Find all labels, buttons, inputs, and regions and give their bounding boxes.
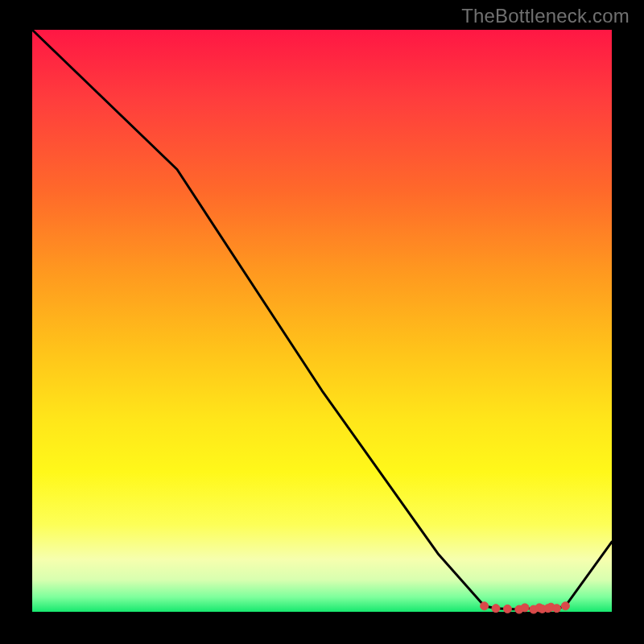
optimum-marker <box>561 602 569 610</box>
optimum-marker <box>492 605 500 613</box>
chart-svg <box>0 0 644 644</box>
optimum-marker <box>481 602 489 610</box>
optimum-marker <box>553 605 561 613</box>
optimum-marker <box>521 604 529 612</box>
optimum-marker <box>503 605 511 613</box>
plot-background <box>32 30 612 612</box>
chart-container: TheBottleneck.com <box>0 0 644 644</box>
